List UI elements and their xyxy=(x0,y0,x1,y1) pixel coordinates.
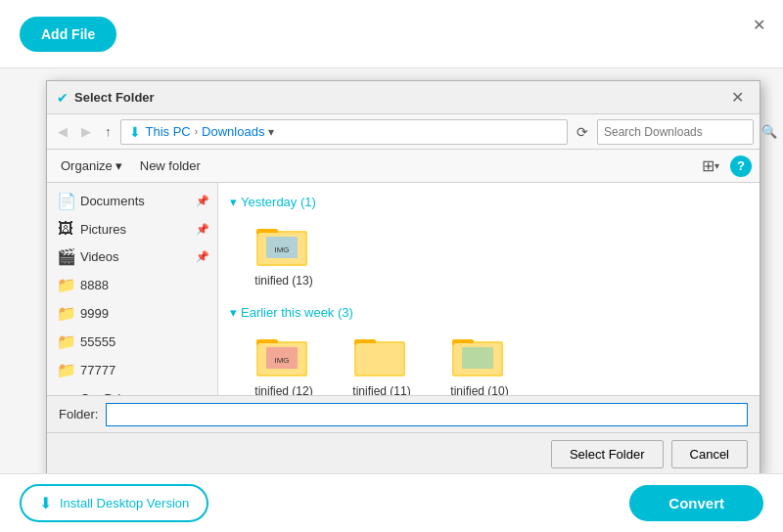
folder-icon-8888: 📁 xyxy=(57,276,74,294)
svg-rect-16 xyxy=(462,347,493,369)
folder-tinified-10[interactable]: tinified (10) xyxy=(436,328,524,395)
refresh-button[interactable]: ⟳ xyxy=(572,121,593,143)
sidebar-item-55555[interactable]: 📁 55555 xyxy=(47,328,217,356)
sidebar-label-77777: 77777 xyxy=(80,363,115,377)
install-button[interactable]: ⬇ Install Desktop Version xyxy=(20,484,208,522)
view-toggle-button[interactable]: ⊞ ▾ xyxy=(697,154,724,178)
view-arrow-icon: ▾ xyxy=(714,160,719,171)
dialog-title-icon: ✔ xyxy=(57,90,69,106)
content-area: ▾ Yesterday (1) IMG xyxy=(218,183,760,395)
sidebar-item-pictures[interactable]: 🖼 Pictures 📌 xyxy=(47,215,217,243)
add-file-button[interactable]: Add File xyxy=(20,17,116,52)
help-button[interactable]: ? xyxy=(730,155,752,177)
folder-icon-tinified-12: IMG xyxy=(256,333,311,380)
sidebar-label-videos: Videos xyxy=(80,249,119,264)
group-header-earlier-this-week[interactable]: ▾ Earlier this week (3) xyxy=(230,305,748,320)
folder-icon-tinified-10 xyxy=(452,333,507,380)
organize-arrow-icon: ▾ xyxy=(115,158,122,173)
group-label-earlier-this-week: Earlier this week (3) xyxy=(241,305,353,320)
sidebar: 📄 Documents 📌 🖼 Pictures 📌 🎬 Videos 📌 xyxy=(47,183,218,395)
search-icon-button[interactable]: 🔍 xyxy=(757,124,782,139)
onedrive-icon: ☁ xyxy=(57,389,74,395)
sidebar-label-pictures: Pictures xyxy=(80,222,126,237)
svg-text:IMG: IMG xyxy=(274,245,289,254)
svg-rect-12 xyxy=(356,343,403,375)
back-button[interactable]: ◀ xyxy=(53,121,72,142)
folder-label-tinified-11: tinified (11) xyxy=(352,384,410,395)
organize-label: Organize xyxy=(61,158,113,173)
pin-icon-documents: 📌 xyxy=(196,195,209,207)
folder-input-field[interactable] xyxy=(106,403,748,426)
dialog-titlebar: ✔ Select Folder ✕ xyxy=(47,81,760,114)
group-label-yesterday: Yesterday (1) xyxy=(241,195,316,209)
folder-tinified-11[interactable]: tinified (11) xyxy=(338,328,426,395)
path-this-pc[interactable]: This PC xyxy=(146,124,191,139)
folder-label-tinified-13: tinified (13) xyxy=(254,274,312,288)
select-folder-dialog: ✔ Select Folder ✕ ◀ ▶ ↑ ⬇ This PC › Down… xyxy=(46,80,760,476)
folder-icon-tinified-11 xyxy=(354,333,409,380)
path-downloads[interactable]: Downloads xyxy=(202,124,264,139)
sidebar-item-onedrive[interactable]: ☁ OneDrive xyxy=(47,384,217,395)
install-label: Install Desktop Version xyxy=(60,496,189,510)
folder-label-text: Folder: xyxy=(59,407,98,421)
new-folder-button[interactable]: New folder xyxy=(134,155,207,176)
folder-icon-77777: 📁 xyxy=(57,361,74,379)
sidebar-item-8888[interactable]: 📁 8888 xyxy=(47,271,217,299)
group-items-yesterday: IMG tinified (13) xyxy=(230,217,748,293)
sidebar-label-55555: 55555 xyxy=(80,334,115,349)
chevron-earlier-this-week: ▾ xyxy=(230,305,237,320)
pictures-icon: 🖼 xyxy=(57,220,74,238)
address-bar-row: ◀ ▶ ↑ ⬇ This PC › Downloads ▾ ⟳ 🔍 xyxy=(47,114,760,150)
sidebar-item-videos[interactable]: 🎬 Videos 📌 xyxy=(47,243,217,271)
dialog-main: 📄 Documents 📌 🖼 Pictures 📌 🎬 Videos 📌 xyxy=(47,183,760,395)
group-header-yesterday[interactable]: ▾ Yesterday (1) xyxy=(230,195,748,209)
sidebar-label-documents: Documents xyxy=(80,194,145,208)
downloads-folder-icon: ⬇ xyxy=(129,124,141,140)
folder-tinified-12[interactable]: IMG tinified (12) xyxy=(240,328,328,395)
dialog-select-folder-button[interactable]: Select Folder xyxy=(551,440,664,468)
pin-icon-pictures: 📌 xyxy=(196,223,209,236)
sidebar-item-9999[interactable]: 📁 9999 xyxy=(47,299,217,328)
app-close-icon[interactable]: ✕ xyxy=(749,15,768,34)
group-items-earlier-this-week: IMG tinified (12) t xyxy=(230,328,748,395)
folder-icon-55555: 📁 xyxy=(57,332,74,351)
view-icon: ⊞ xyxy=(702,156,714,175)
dialog-title: Select Folder xyxy=(74,90,725,105)
dialog-close-button[interactable]: ✕ xyxy=(725,86,750,109)
bottom-bar: ⬇ Install Desktop Version Convert xyxy=(0,473,783,532)
chevron-yesterday: ▾ xyxy=(230,195,237,209)
forward-button[interactable]: ▶ xyxy=(76,121,96,142)
search-box: 🔍 xyxy=(597,119,754,145)
folder-icon-tinified-13: IMG xyxy=(256,223,311,270)
videos-icon: 🎬 xyxy=(57,247,74,266)
toolbar-row: Organize ▾ New folder ⊞ ▾ ? xyxy=(47,150,760,183)
pin-icon-videos: 📌 xyxy=(196,250,209,263)
up-button[interactable]: ↑ xyxy=(100,121,116,142)
search-input[interactable] xyxy=(598,125,757,139)
folder-tinified-13[interactable]: IMG tinified (13) xyxy=(240,217,328,293)
documents-icon: 📄 xyxy=(57,192,74,210)
sidebar-item-documents[interactable]: 📄 Documents 📌 xyxy=(47,187,217,215)
path-separator-1: › xyxy=(195,126,198,137)
top-bar: Add File xyxy=(0,0,783,68)
convert-button[interactable]: Convert xyxy=(629,485,763,521)
sidebar-label-9999: 9999 xyxy=(80,306,109,321)
address-dropdown-button[interactable]: ▾ xyxy=(264,125,278,139)
sidebar-label-8888: 8888 xyxy=(80,278,109,292)
address-box[interactable]: ⬇ This PC › Downloads ▾ xyxy=(120,119,569,145)
dialog-cancel-button[interactable]: Cancel xyxy=(671,440,748,468)
dialog-buttons: Select Folder Cancel xyxy=(47,432,760,475)
folder-label-tinified-10: tinified (10) xyxy=(450,384,508,395)
folder-icon-9999: 📁 xyxy=(57,304,74,323)
sidebar-label-onedrive: OneDrive xyxy=(80,391,134,395)
folder-label-tinified-12: tinified (12) xyxy=(254,384,312,395)
organize-button[interactable]: Organize ▾ xyxy=(55,155,128,176)
svg-text:IMG: IMG xyxy=(274,356,289,365)
folder-input-row: Folder: xyxy=(47,395,760,432)
address-path: This PC › Downloads xyxy=(146,124,265,139)
download-icon: ⬇ xyxy=(39,494,52,512)
app-background: Add File ✕ Select Folder ✔ Select Folder… xyxy=(0,0,783,532)
sidebar-item-77777[interactable]: 📁 77777 xyxy=(47,356,217,384)
